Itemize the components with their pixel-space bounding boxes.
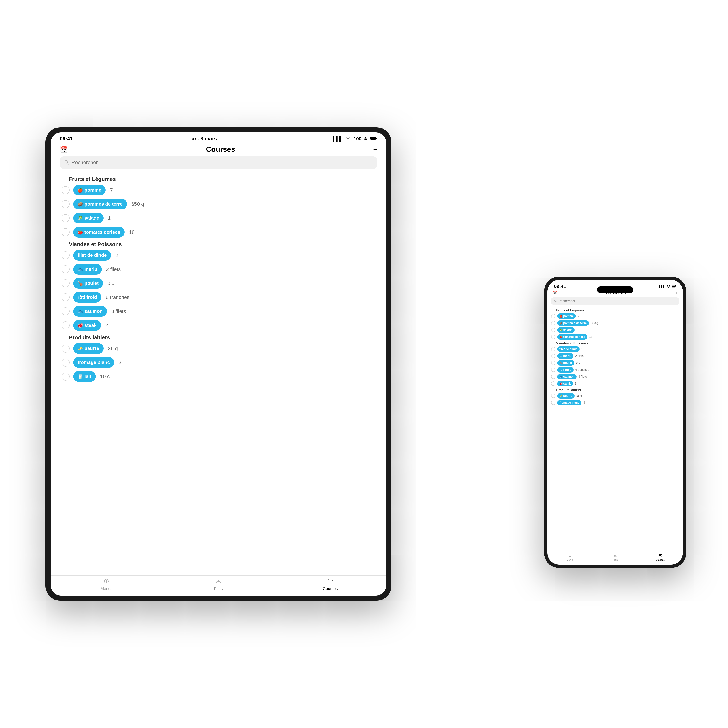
phone-radio-rf[interactable] (551, 368, 555, 372)
phone-qty-fd: 2 (581, 347, 583, 351)
phone-qty-pomme: 7 (578, 315, 579, 318)
svg-line-4 (67, 163, 69, 164)
svg-point-19 (661, 557, 662, 557)
tablet-screen: 09:41 Lun. 8 mars ▌▌▌ 100 % 📅 Courses (50, 133, 386, 595)
tablet-tab-courses[interactable]: Courses (274, 578, 386, 591)
pill-salade: 🥬 salade (73, 213, 104, 223)
svg-rect-12 (672, 286, 675, 287)
radio-saumon[interactable] (61, 307, 70, 315)
tablet-item-roti-froid[interactable]: rôti froid 6 tranches (60, 292, 377, 303)
tablet-search-bar[interactable] (60, 156, 377, 169)
phone-radio-poulet[interactable] (551, 361, 555, 365)
phone-add-button[interactable]: + (675, 290, 678, 295)
tablet-item-lait[interactable]: 🥛 lait 10 cl (60, 371, 377, 382)
phone-item-fromage-blanc[interactable]: fromage blanc 3 (551, 400, 679, 405)
emoji-lait: 🥛 (78, 374, 83, 379)
phone-item-tomates-cerises[interactable]: 🍅 tomates cerises 18 (551, 334, 679, 340)
phone-radio-tc[interactable] (551, 335, 555, 339)
radio-filet-dinde[interactable] (61, 251, 70, 259)
phone-item-poulet[interactable]: 🍗 poulet 0.5 (551, 360, 679, 366)
phone-item-beurre[interactable]: 🧈 beurre 36 g (551, 393, 679, 399)
phone-radio-steak[interactable] (551, 381, 555, 386)
phone-radio-pomme[interactable] (551, 314, 555, 318)
phone-emoji-pomme: 🍎 (560, 315, 563, 318)
tablet-item-merlu[interactable]: 🐟 merlu 2 filets (60, 264, 377, 275)
tablet-item-fromage-blanc[interactable]: fromage blanc 3 (60, 357, 377, 368)
radio-pomme[interactable] (61, 186, 70, 194)
phone-radio-fb[interactable] (551, 401, 555, 405)
phone-item-steak[interactable]: 🥩 steak 2 (551, 381, 679, 386)
phone-radio-merlu[interactable] (551, 354, 555, 358)
phone-item-roti-froid[interactable]: rôti froid 6 tranches (551, 367, 679, 373)
phone-label-poulet: poulet (563, 361, 572, 364)
radio-roti-froid[interactable] (61, 294, 70, 301)
phone-item-filet-dinde[interactable]: filet de dinde 2 (551, 346, 679, 352)
tablet-item-tomates-cerises[interactable]: 🍅 tomates cerises 18 (60, 227, 377, 237)
tablet-calendar-icon[interactable]: 📅 (60, 145, 68, 153)
tablet-item-steak[interactable]: 🥩 steak 2 (60, 320, 377, 331)
emoji-saumon: 🐟 (78, 309, 83, 314)
tablet-item-salade[interactable]: 🥬 salade 1 (60, 213, 377, 223)
phone-section-laitiers-header: Produits laitiers (556, 388, 679, 392)
svg-line-14 (556, 301, 557, 302)
phone-radio-fd[interactable] (551, 347, 555, 351)
radio-beurre[interactable] (61, 344, 70, 353)
tablet-wifi-icon (346, 136, 350, 142)
label-salade: salade (84, 215, 99, 221)
phone-pill-salade: 🥬 salade (557, 327, 575, 333)
section-fruits-legumes-header: Fruits et Légumes (69, 176, 377, 182)
radio-poulet[interactable] (61, 279, 70, 288)
phone-tab-plats[interactable]: Plats (593, 553, 638, 561)
radio-tomates-cerises[interactable] (61, 228, 70, 236)
tablet-item-pommes-de-terre[interactable]: 🥔 pommes de terre 650 g (60, 199, 377, 210)
radio-merlu[interactable] (61, 265, 70, 273)
qty-salade: 1 (108, 215, 111, 221)
phone-radio-beurre[interactable] (551, 394, 555, 398)
phone-qty-saumon: 3 filets (578, 375, 587, 378)
qty-tomates-cerises: 18 (129, 229, 135, 235)
phone-pill-pdt: 🥔 pommes de terre (557, 320, 589, 326)
radio-salade[interactable] (61, 214, 70, 222)
tablet-item-beurre[interactable]: 🧈 beurre 36 g (60, 343, 377, 354)
phone-emoji-merlu: 🐟 (560, 355, 563, 358)
phone-search-bar[interactable] (551, 297, 679, 305)
phone-item-pommes-de-terre[interactable]: 🥔 pommes de terre 650 g (551, 320, 679, 326)
phone-item-saumon[interactable]: 🐟 saumon 3 filets (551, 374, 679, 379)
phone-pill-fb: fromage blanc (557, 400, 581, 405)
tablet-item-filet-dinde[interactable]: filet de dinde 2 (60, 250, 377, 261)
phone-label-pdt: pommes de terre (563, 321, 587, 325)
svg-point-8 (329, 583, 330, 583)
phone-content: Fruits et Légumes 🍎 pomme 7 🥔 pommes de … (548, 307, 683, 551)
tablet-item-poulet[interactable]: 🍗 poulet 0.5 (60, 278, 377, 289)
qty-fromage-blanc: 3 (119, 359, 122, 366)
phone-item-pomme[interactable]: 🍎 pomme 7 (551, 314, 679, 319)
phone-item-merlu[interactable]: 🐟 merlu 2 filets (551, 353, 679, 359)
phone-radio-saumon[interactable] (551, 375, 555, 379)
tablet-tab-courses-label: Courses (323, 586, 338, 591)
label-filet-dinde: filet de dinde (78, 252, 107, 258)
phone-item-salade[interactable]: 🥬 salade 1 (551, 327, 679, 333)
radio-fromage-blanc[interactable] (61, 359, 70, 367)
phone-search-icon (554, 300, 557, 303)
radio-lait[interactable] (61, 373, 70, 381)
phone-calendar-icon[interactable]: 📅 (552, 291, 557, 295)
emoji-beurre: 🧈 (78, 346, 83, 351)
tablet-add-button[interactable]: + (373, 145, 377, 153)
tablet-tab-plats[interactable]: Plats (162, 578, 274, 591)
pill-poulet: 🍗 poulet (73, 278, 103, 289)
radio-steak[interactable] (61, 321, 70, 329)
phone-pill-saumon: 🐟 saumon (557, 374, 577, 379)
tablet-item-pomme[interactable]: 🍎 pomme 7 (60, 185, 377, 196)
phone-tab-menus[interactable]: Menus (548, 553, 593, 561)
phone-search-input[interactable] (558, 299, 601, 303)
phone-radio-pdt[interactable] (551, 321, 555, 325)
emoji-poulet: 🍗 (78, 281, 83, 286)
qty-saumon: 3 filets (112, 309, 126, 314)
radio-pommes-de-terre[interactable] (61, 200, 70, 208)
tablet-search-input[interactable] (71, 160, 373, 165)
phone-plats-icon (613, 553, 617, 558)
phone-tab-courses[interactable]: Courses (638, 553, 683, 561)
tablet-tab-menus[interactable]: Menus (50, 578, 162, 591)
tablet-item-saumon[interactable]: 🐟 saumon 3 filets (60, 306, 377, 317)
phone-radio-salade[interactable] (551, 328, 555, 332)
